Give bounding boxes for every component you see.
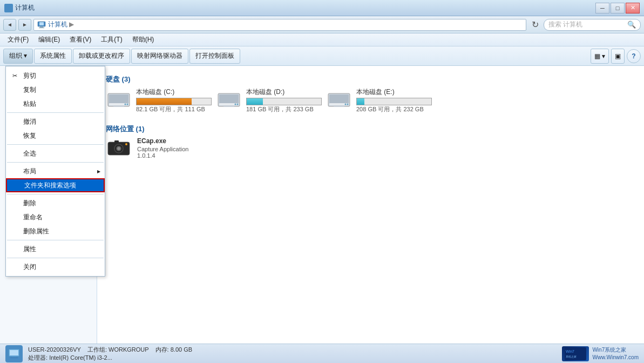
- ctx-close[interactable]: 关闭: [6, 260, 105, 274]
- ctx-close-label: 关闭: [23, 263, 36, 272]
- status-username: USER-20200326VY 工作组: WORKGROUP 内存: 8.00 …: [28, 346, 192, 354]
- help-icon: ?: [632, 52, 635, 60]
- ctx-delete-label: 删除: [23, 199, 36, 208]
- drive-d-fill: [247, 98, 263, 105]
- open-panel-button[interactable]: 打开控制面板: [189, 49, 240, 64]
- paste-icon: [10, 99, 19, 108]
- svg-rect-5: [109, 95, 128, 104]
- ctx-paste[interactable]: 粘贴: [6, 97, 105, 111]
- drive-c-row: 本地磁盘 (C:) 82.1 GB 可用，共 111 GB: [106, 88, 212, 113]
- ctx-remove-props[interactable]: 删除属性: [6, 224, 105, 238]
- drive-e[interactable]: 本地磁盘 (E:) 208 GB 可用，共 232 GB: [326, 88, 423, 116]
- system-properties-label: 系统属性: [40, 51, 66, 60]
- ctx-folder-options[interactable]: 文件夹和搜索选项: [6, 178, 105, 192]
- svg-rect-31: [12, 357, 16, 358]
- drive-c-label: 本地磁盘 (C:): [136, 88, 212, 97]
- menu-edit[interactable]: 编辑(E): [34, 34, 64, 45]
- maximize-button[interactable]: □: [611, 3, 625, 14]
- context-menu: ✂ 剪切 复制 粘贴 撤消 恢复 全选 布局 ▶ 文件夹和搜索选项 删除: [5, 66, 105, 277]
- breadcrumb-icon: [37, 21, 48, 29]
- map-drive-button[interactable]: 映射网络驱动器: [131, 49, 188, 64]
- svg-rect-27: [114, 140, 119, 143]
- network-item[interactable]: ECap.exe Capture Application 1.0.1.4: [106, 137, 635, 159]
- window-controls: ─ □ ✕: [595, 3, 640, 14]
- drive-c-icon: [106, 91, 132, 110]
- minimize-button[interactable]: ─: [595, 3, 609, 14]
- drive-d-row: 本地磁盘 (D:) 181 GB 可用，共 233 GB: [216, 88, 322, 113]
- help-button[interactable]: ?: [627, 49, 641, 63]
- svg-point-26: [117, 147, 120, 150]
- drive-e-info: 本地磁盘 (E:) 208 GB 可用，共 232 GB: [356, 88, 432, 113]
- menu-view[interactable]: 查看(V): [65, 34, 96, 45]
- map-drive-label: 映射网络驱动器: [137, 51, 182, 60]
- ctx-rename[interactable]: 重命名: [6, 210, 105, 224]
- drives-grid: 本地磁盘 (C:) 82.1 GB 可用，共 111 GB: [106, 88, 635, 116]
- uninstall-button[interactable]: 卸载或更改程序: [73, 49, 130, 64]
- network-app-info: ECap.exe Capture Application 1.0.1.4: [137, 137, 188, 159]
- drive-e-icon: [326, 91, 352, 110]
- ctx-close-icon: [10, 263, 19, 271]
- ctx-sep-5: [7, 240, 104, 240]
- address-bar: ◄ ► 计算机 ▶ ↻ 搜索 计算机 🔍: [0, 16, 644, 33]
- panel-view-button[interactable]: ▣: [611, 49, 625, 64]
- ctx-folder-options-label: 文件夹和搜索选项: [24, 181, 76, 190]
- menu-file[interactable]: 文件(F): [3, 34, 33, 45]
- svg-text:系统之家: 系统之家: [566, 355, 577, 358]
- ctx-layout[interactable]: 布局 ▶: [6, 164, 105, 178]
- refresh-button[interactable]: ↻: [528, 19, 541, 31]
- search-box[interactable]: 搜索 计算机 🔍: [544, 19, 641, 31]
- drive-d-progress: [246, 98, 322, 105]
- drive-d[interactable]: 本地磁盘 (D:) 181 GB 可用，共 233 GB: [216, 88, 313, 116]
- folder-options-icon: [11, 181, 20, 190]
- svg-rect-11: [219, 95, 239, 104]
- network-app-icon: [106, 138, 132, 158]
- toolbar: 组织 ▾ 系统属性 卸载或更改程序 映射网络驱动器 打开控制面板 ▦ ▾ ▣ ?: [0, 46, 644, 66]
- svg-rect-3: [39, 28, 44, 28]
- view-toggle-button[interactable]: ▦ ▾: [591, 49, 609, 64]
- ctx-copy[interactable]: 复制: [6, 83, 105, 97]
- drive-c-fill: [137, 98, 192, 105]
- ctx-cut[interactable]: ✂ 剪切: [6, 69, 105, 83]
- status-right: Win7 系统之家 Win7系统之家 Www.Winwin7.com: [562, 346, 639, 361]
- ctx-select-all-label: 全选: [23, 149, 36, 158]
- back-button[interactable]: ◄: [3, 19, 16, 31]
- status-bar: USER-20200326VY 工作组: WORKGROUP 内存: 8.00 …: [0, 344, 644, 363]
- svg-rect-21: [334, 105, 344, 107]
- ctx-properties-label: 属性: [23, 245, 36, 254]
- organize-button[interactable]: 组织 ▾: [3, 49, 33, 64]
- search-placeholder: 搜索 计算机: [548, 20, 582, 29]
- view-icon: ▦ ▾: [594, 52, 605, 60]
- ctx-select-all[interactable]: 全选: [6, 146, 105, 160]
- ctx-remove-props-label: 删除属性: [23, 227, 49, 236]
- svg-rect-32: [10, 358, 18, 358]
- breadcrumb-bar[interactable]: 计算机 ▶: [33, 19, 526, 31]
- system-properties-button[interactable]: 系统属性: [34, 49, 72, 64]
- redo-icon: [10, 131, 19, 140]
- drive-e-fill: [357, 98, 364, 105]
- ctx-sep-3: [7, 162, 104, 163]
- svg-rect-2: [40, 26, 43, 28]
- uninstall-label: 卸载或更改程序: [79, 51, 124, 60]
- ctx-redo[interactable]: 恢复: [6, 129, 105, 143]
- menu-tools[interactable]: 工具(T): [97, 34, 126, 45]
- ctx-undo[interactable]: 撤消: [6, 115, 105, 129]
- svg-point-20: [345, 104, 347, 105]
- drive-e-label: 本地磁盘 (E:): [356, 88, 432, 97]
- close-button[interactable]: ✕: [626, 3, 640, 14]
- ctx-properties[interactable]: 属性: [6, 242, 105, 256]
- panel-icon: ▣: [615, 52, 621, 60]
- ctx-rename-label: 重命名: [23, 213, 43, 222]
- forward-button[interactable]: ►: [18, 19, 31, 31]
- svg-rect-1: [39, 22, 44, 25]
- drive-e-detail: 208 GB 可用，共 232 GB: [356, 105, 432, 113]
- ctx-cut-label: 剪切: [23, 71, 36, 80]
- svg-point-19: [347, 104, 349, 105]
- drive-c[interactable]: 本地磁盘 (C:) 82.1 GB 可用，共 111 GB: [106, 88, 203, 116]
- ctx-sep-1: [7, 112, 104, 113]
- network-app-version: 1.0.1.4: [137, 152, 188, 159]
- ctx-sep-4: [7, 194, 104, 194]
- remove-props-icon: [10, 227, 19, 236]
- menu-help[interactable]: 帮助(H): [128, 34, 159, 45]
- ctx-delete[interactable]: 删除: [6, 196, 105, 210]
- delete-icon: [10, 199, 19, 207]
